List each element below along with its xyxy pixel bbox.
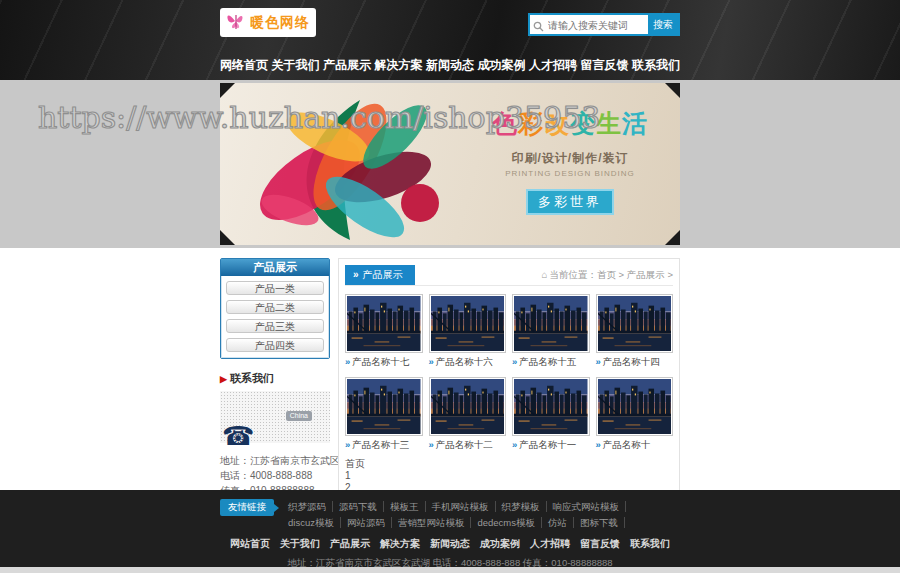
nav-item[interactable]: 产品展示: [323, 57, 371, 74]
product-grid: »产品名称十七: [345, 294, 673, 452]
city-skyline-image: [347, 379, 421, 434]
product-card[interactable]: »产品名称十二: [429, 377, 507, 452]
nav-item[interactable]: 关于我们: [272, 57, 320, 74]
banner-corner-decoration: [220, 230, 235, 245]
product-thumbnail[interactable]: [345, 294, 423, 353]
product-card[interactable]: »产品名称十四: [596, 294, 674, 369]
city-skyline-image: [598, 379, 672, 434]
list-header: »产品展示 ⌂当前位置：首页 > 产品展示 >: [345, 265, 673, 286]
product-card[interactable]: »产品名称十五: [512, 294, 590, 369]
category-button[interactable]: 产品二类: [226, 300, 324, 314]
headline-char: 活: [622, 109, 648, 137]
footer-nav-item[interactable]: 人才招聘: [530, 537, 570, 551]
product-title[interactable]: »产品名称十六: [429, 356, 507, 369]
home-icon: ⌂: [541, 269, 547, 280]
chevron-right-icon: »: [353, 269, 359, 280]
search-icon: [533, 18, 544, 36]
product-title[interactable]: »产品名称十一: [512, 439, 590, 452]
product-title[interactable]: »产品名称十四: [596, 356, 674, 369]
product-thumbnail[interactable]: [429, 294, 507, 353]
friend-link[interactable]: 仿站: [542, 517, 574, 528]
footer-nav-item[interactable]: 关于我们: [280, 537, 320, 551]
chevron-right-icon: »: [429, 356, 434, 367]
product-thumbnail[interactable]: [596, 377, 674, 436]
product-card[interactable]: »产品名称十六: [429, 294, 507, 369]
friend-link[interactable]: 图标下载: [574, 517, 625, 528]
category-button[interactable]: 产品一类: [226, 281, 324, 295]
pagination-link[interactable]: 首页: [345, 458, 365, 470]
footer-nav-item[interactable]: 产品展示: [330, 537, 370, 551]
nav-item[interactable]: 网络首页: [220, 57, 268, 74]
footer-inner: 友情链接 织梦源码源码下载模板王手机网站模板织梦模板响应式网站模板discuz模…: [220, 499, 680, 573]
friend-links-badge: 友情链接: [220, 499, 274, 516]
footer-nav-item[interactable]: 新闻动态: [430, 537, 470, 551]
friend-link[interactable]: 织梦模板: [496, 501, 547, 512]
friend-link[interactable]: 手机网站模板: [426, 501, 496, 512]
city-skyline-image: [598, 296, 672, 351]
footer-nav-item[interactable]: 解决方案: [380, 537, 420, 551]
breadcrumb-text: 当前位置：首页 > 产品展示 >: [549, 269, 673, 280]
nav-item[interactable]: 留言反馈: [581, 57, 629, 74]
nav-item[interactable]: 解决方案: [375, 57, 423, 74]
product-thumbnail[interactable]: [345, 377, 423, 436]
friend-link[interactable]: 网站源码: [341, 517, 392, 528]
friend-links: 织梦源码源码下载模板王手机网站模板织梦模板响应式网站模板discuz模板网站源码…: [282, 499, 680, 528]
friend-link[interactable]: 响应式网站模板: [547, 501, 627, 512]
friend-link[interactable]: 源码下载: [333, 501, 384, 512]
banner-corner-decoration: [220, 83, 235, 98]
logo-text: 暖色网络: [250, 14, 310, 32]
contact-line: 地址：江苏省南京市玄武区玄武湖: [220, 453, 330, 468]
top-header: 暖色网络 搜索 网络首页 关于我们 产品展示 解决方案: [0, 0, 900, 80]
nav-item[interactable]: 成功案例: [478, 57, 526, 74]
tab-product-list[interactable]: »产品展示: [345, 265, 415, 285]
product-title[interactable]: »产品名称十二: [429, 439, 507, 452]
nav-item[interactable]: 新闻动态: [426, 57, 474, 74]
product-name: 产品名称十二: [436, 439, 493, 450]
contact-section-title: ▶联系我们: [220, 371, 330, 386]
product-title[interactable]: »产品名称十三: [345, 439, 423, 452]
product-name: 产品名称十四: [603, 356, 660, 367]
product-card[interactable]: »产品名称十七: [345, 294, 423, 369]
pagination-link[interactable]: 1: [345, 470, 351, 482]
product-card[interactable]: »产品名称十: [596, 377, 674, 452]
friend-link[interactable]: 织梦源码: [282, 501, 333, 512]
friend-link[interactable]: 营销型网站模板: [392, 517, 472, 528]
banner-cta-button[interactable]: 多彩世界: [526, 189, 614, 215]
product-category-box: 产品展示 产品一类产品二类产品三类产品四类: [220, 258, 330, 359]
product-title[interactable]: »产品名称十五: [512, 356, 590, 369]
nav-item[interactable]: 人才招聘: [529, 57, 577, 74]
friend-link[interactable]: 模板王: [384, 501, 426, 512]
footer: 友情链接 织梦源码源码下载模板王手机网站模板织梦模板响应式网站模板discuz模…: [0, 490, 900, 573]
watermark-text: https://www.huzhan.com/ishop35953: [38, 100, 600, 135]
friend-link[interactable]: discuz模板: [282, 517, 341, 528]
friend-link[interactable]: dedecms模板: [471, 517, 542, 528]
product-title[interactable]: »产品名称十: [596, 439, 674, 452]
search-button[interactable]: 搜索: [648, 15, 678, 34]
chevron-right-icon: »: [596, 439, 601, 450]
footer-nav-item[interactable]: 联系我们: [630, 537, 670, 551]
category-button[interactable]: 产品三类: [226, 319, 324, 333]
banner-subline-en: PRINTING DESIGN BINDING: [470, 169, 670, 178]
city-skyline-image: [514, 296, 588, 351]
footer-nav-item[interactable]: 成功案例: [480, 537, 520, 551]
product-card[interactable]: »产品名称十三: [345, 377, 423, 452]
world-map-image: ☎ China: [220, 391, 330, 443]
site-logo[interactable]: 暖色网络: [220, 8, 316, 37]
nav-item[interactable]: 联系我们: [632, 57, 680, 74]
banner-band: https://www.huzhan.com/ishop35953: [0, 80, 900, 248]
category-button[interactable]: 产品四类: [226, 338, 324, 352]
footer-nav-item[interactable]: 网站首页: [230, 537, 270, 551]
city-skyline-image: [431, 379, 505, 434]
footer-nav-item[interactable]: 留言反馈: [580, 537, 620, 551]
product-thumbnail[interactable]: [596, 294, 674, 353]
banner-corner-decoration: [665, 230, 680, 245]
product-card[interactable]: »产品名称十一: [512, 377, 590, 452]
product-thumbnail[interactable]: [429, 377, 507, 436]
search-input[interactable]: [530, 17, 648, 34]
product-thumbnail[interactable]: [512, 294, 590, 353]
butterfly-icon: [226, 11, 246, 35]
product-thumbnail[interactable]: [512, 377, 590, 436]
product-title[interactable]: »产品名称十七: [345, 356, 423, 369]
banner-corner-decoration: [665, 83, 680, 98]
city-skyline-image: [347, 296, 421, 351]
